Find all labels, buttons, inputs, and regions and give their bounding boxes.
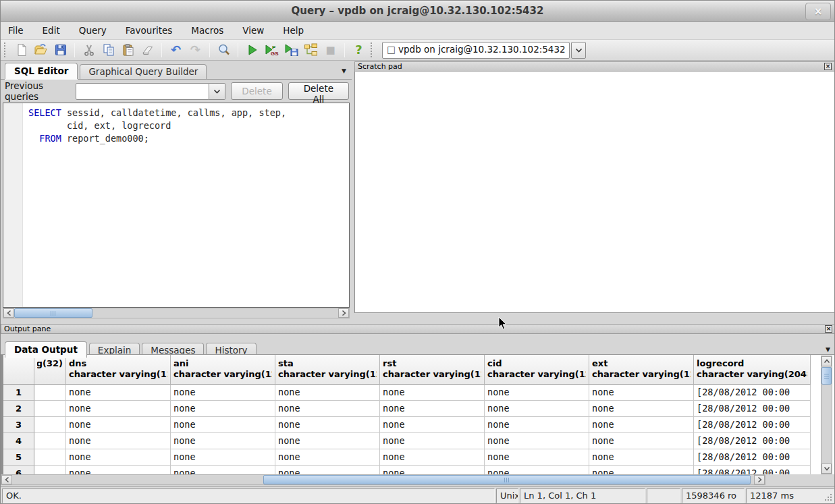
menu-favourites[interactable]: Favourites <box>126 25 173 36</box>
table-cell[interactable]: none <box>275 449 380 466</box>
grid-horizontal-scrollbar[interactable] <box>1 474 765 485</box>
table-cell[interactable]: none <box>171 449 275 466</box>
editor-hscroll-track[interactable] <box>14 308 338 318</box>
table-cell[interactable]: none <box>485 449 589 466</box>
table-cell[interactable] <box>34 417 66 433</box>
grid-vscroll-track[interactable] <box>821 385 832 464</box>
table-cell[interactable]: none <box>66 401 171 417</box>
column-header-ani[interactable]: anicharacter varying(12) <box>171 355 275 385</box>
editor-hscroll-thumb[interactable] <box>14 308 92 318</box>
table-cell[interactable] <box>34 385 66 401</box>
menu-help[interactable]: Help <box>283 25 304 36</box>
sql-text-editor[interactable]: SELECT sessid, calldatetime, callms, app… <box>3 103 350 308</box>
table-cell[interactable]: [28/08/2012 00:00 <box>694 466 811 474</box>
delete-button[interactable]: Delete <box>231 82 282 100</box>
table-cell[interactable]: [28/08/2012 00:00 <box>694 385 811 401</box>
connection-dropdown-button[interactable] <box>571 42 586 59</box>
table-cell[interactable]: none <box>380 401 485 417</box>
table-cell[interactable]: none <box>66 466 171 474</box>
scroll-left-button[interactable] <box>1 475 12 484</box>
table-cell[interactable]: none <box>589 433 694 449</box>
table-cell[interactable]: none <box>589 449 694 466</box>
execute-pgscript-button[interactable]: PGS <box>262 41 281 59</box>
save-file-button[interactable] <box>51 41 70 59</box>
previous-queries-value[interactable] <box>76 83 209 100</box>
cut-button[interactable] <box>79 41 99 59</box>
table-cell[interactable]: none <box>380 417 485 433</box>
table-cell[interactable]: none <box>171 417 275 433</box>
column-header-ext[interactable]: extcharacter varying(12) <box>589 355 694 385</box>
menu-file[interactable]: File <box>8 25 24 36</box>
help-button[interactable]: ? <box>349 41 369 59</box>
column-header-cid[interactable]: cidcharacter varying(12) <box>485 355 589 385</box>
table-cell[interactable] <box>34 401 66 417</box>
table-cell[interactable]: none <box>485 417 589 433</box>
tab-graphical-query-builder[interactable]: Graphical Query Builder <box>80 64 207 79</box>
row-number[interactable]: 6 <box>3 466 34 474</box>
column-header[interactable] <box>3 355 34 385</box>
table-cell[interactable]: none <box>66 417 171 433</box>
execute-query-button[interactable] <box>242 41 262 59</box>
table-cell[interactable]: none <box>171 385 275 401</box>
tab-list-menu-icon[interactable]: ▼ <box>342 68 346 74</box>
scratch-pad-textarea[interactable] <box>354 72 835 313</box>
grid-hscroll-thumb[interactable] <box>263 475 751 484</box>
table-cell[interactable]: none <box>589 401 694 417</box>
tab-sql-editor[interactable]: SQL Editor <box>5 63 78 79</box>
column-header-sta[interactable]: stacharacter varying(12) <box>275 355 380 385</box>
column-header-rst[interactable]: rstcharacter varying(12) <box>380 355 485 385</box>
table-cell[interactable]: none <box>380 466 485 474</box>
table-cell[interactable]: none <box>380 385 485 401</box>
row-number[interactable]: 1 <box>3 385 34 401</box>
copy-button[interactable] <box>99 41 118 59</box>
tab-data-output[interactable]: Data Output <box>5 341 87 358</box>
editor-horizontal-scrollbar[interactable] <box>3 308 350 318</box>
clear-window-button[interactable] <box>138 41 157 59</box>
table-cell[interactable]: none <box>589 385 694 401</box>
table-cell[interactable] <box>34 466 66 474</box>
scroll-right-button[interactable] <box>754 475 765 484</box>
column-header-dns[interactable]: dnscharacter varying(12) <box>66 355 171 385</box>
table-cell[interactable]: none <box>66 385 171 401</box>
column-header[interactable]: character varying(32) <box>34 355 66 385</box>
table-cell[interactable]: none <box>380 433 485 449</box>
table-cell[interactable]: none <box>485 466 589 474</box>
scroll-right-button[interactable] <box>338 308 349 318</box>
previous-queries-combo[interactable] <box>76 83 225 100</box>
toolbar-grip[interactable] <box>4 43 9 57</box>
undo-button[interactable]: ↶ <box>166 41 186 59</box>
table-cell[interactable]: none <box>275 433 380 449</box>
sql-query-text[interactable]: SELECT sessid, calldatetime, callms, app… <box>23 103 286 307</box>
table-cell[interactable]: none <box>171 433 275 449</box>
row-number[interactable]: 2 <box>3 401 34 417</box>
table-cell[interactable]: none <box>589 417 694 433</box>
grid-hscroll-track[interactable] <box>12 475 754 484</box>
table-cell[interactable]: none <box>275 401 380 417</box>
grid-vertical-scrollbar[interactable] <box>821 356 832 474</box>
table-cell[interactable]: none <box>485 433 589 449</box>
redo-button[interactable]: ↷ <box>186 41 205 59</box>
resize-grip[interactable] <box>824 493 832 501</box>
cancel-query-button[interactable]: ■ <box>321 41 340 59</box>
delete-all-button[interactable]: Delete All <box>288 82 349 100</box>
connection-selector[interactable]: □ vpdb on jcraig@10.32.130.102:5432 <box>382 42 586 59</box>
table-cell[interactable]: none <box>485 385 589 401</box>
table-cell[interactable]: [28/08/2012 00:00 <box>694 417 811 433</box>
new-query-button[interactable] <box>11 41 31 59</box>
grid-vscroll-thumb[interactable] <box>821 367 832 385</box>
table-cell[interactable]: none <box>66 449 171 466</box>
scratch-pad-close-icon[interactable]: × <box>824 63 832 70</box>
menu-edit[interactable]: Edit <box>43 25 60 36</box>
table-cell[interactable]: none <box>589 466 694 474</box>
row-number[interactable]: 4 <box>3 433 34 449</box>
scroll-up-button[interactable] <box>821 356 832 366</box>
row-number[interactable]: 3 <box>3 417 34 433</box>
menu-macros[interactable]: Macros <box>191 25 223 36</box>
table-cell[interactable]: none <box>275 385 380 401</box>
table-cell[interactable] <box>34 433 66 449</box>
toolbar-grip2[interactable] <box>371 43 375 57</box>
table-cell[interactable]: [28/08/2012 00:00 <box>694 449 811 466</box>
table-cell[interactable]: none <box>275 417 380 433</box>
execute-to-file-button[interactable] <box>281 41 301 59</box>
table-cell[interactable]: [28/08/2012 00:00 <box>694 433 811 449</box>
